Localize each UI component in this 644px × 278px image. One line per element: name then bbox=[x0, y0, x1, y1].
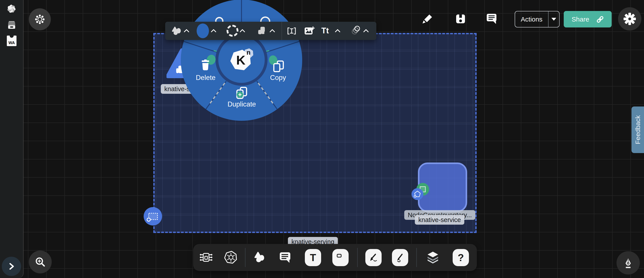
pen-tool[interactable] bbox=[365, 249, 382, 266]
draw-button[interactable] bbox=[616, 251, 640, 275]
add-image-button[interactable] bbox=[304, 26, 315, 36]
comment-bubble-icon bbox=[278, 251, 292, 264]
pentagon-resource-icon bbox=[412, 188, 424, 200]
fill-color-swatch[interactable] bbox=[197, 23, 209, 38]
service-node-label: knative-service bbox=[415, 215, 464, 225]
caret-down-icon bbox=[552, 18, 556, 21]
dashed-select-icon bbox=[144, 207, 162, 226]
layer-style-button[interactable] bbox=[257, 26, 266, 36]
layer-style-chevron[interactable] bbox=[270, 29, 275, 33]
opacity-button[interactable] bbox=[350, 25, 361, 36]
radial-item-duplicate[interactable]: Duplicate bbox=[221, 100, 262, 108]
link-icon bbox=[596, 15, 605, 24]
pinwheel-logo-icon bbox=[6, 4, 16, 14]
shapes-icon bbox=[254, 252, 266, 263]
radial-item-delete[interactable]: Delete bbox=[185, 74, 226, 82]
actions-split-button[interactable]: Actions bbox=[515, 11, 560, 27]
pencil-swirl-icon bbox=[395, 253, 405, 263]
share-label: Share bbox=[572, 15, 589, 23]
zoom-button[interactable] bbox=[29, 251, 52, 274]
text-style-button[interactable]: Tt bbox=[321, 26, 329, 35]
dock-divider bbox=[357, 248, 358, 267]
wa-label: WA bbox=[7, 41, 16, 45]
layers-tool[interactable] bbox=[426, 251, 440, 265]
frame-tool[interactable] bbox=[332, 249, 348, 266]
frame-icon bbox=[336, 253, 346, 263]
image-add-icon bbox=[304, 26, 315, 36]
zoom-in-icon bbox=[34, 256, 46, 268]
dock-divider bbox=[416, 248, 417, 267]
resize-width-icon bbox=[286, 26, 297, 35]
toolbar-divider bbox=[282, 22, 282, 40]
comment-tool[interactable] bbox=[278, 251, 292, 264]
chevron-up-icon bbox=[240, 29, 245, 33]
radial-item-copy[interactable]: Copy bbox=[257, 74, 299, 82]
border-style-button[interactable] bbox=[226, 25, 238, 37]
pen-nib-icon bbox=[622, 257, 634, 269]
actions-label[interactable]: Actions bbox=[515, 15, 548, 23]
actions-dropdown-caret[interactable] bbox=[548, 18, 559, 21]
fill-color-chevron[interactable] bbox=[211, 29, 216, 33]
feedback-tab[interactable]: Feedback bbox=[632, 107, 644, 153]
library-button[interactable] bbox=[6, 20, 17, 30]
text-style-chevron[interactable] bbox=[335, 29, 340, 33]
left-sidebar: WA bbox=[0, 0, 24, 278]
pencil-icon bbox=[422, 13, 433, 24]
kubernetes-helm-icon bbox=[224, 251, 238, 264]
chevron-up-icon bbox=[270, 29, 275, 33]
text-tool[interactable]: T bbox=[305, 249, 321, 266]
chevron-right-icon bbox=[7, 262, 16, 271]
feedback-label: Feedback bbox=[634, 115, 642, 144]
circuit-chip-icon bbox=[199, 251, 212, 264]
pen-knife-icon bbox=[368, 253, 378, 263]
layers-icon bbox=[426, 251, 440, 264]
chevron-up-icon bbox=[335, 29, 340, 33]
pencil-tool[interactable] bbox=[392, 249, 408, 266]
infrastructure-tool[interactable] bbox=[199, 251, 212, 264]
opacity-chevron[interactable] bbox=[363, 29, 369, 33]
share-button[interactable]: Share bbox=[564, 11, 612, 27]
settings-button[interactable] bbox=[618, 7, 641, 30]
border-style-chevron[interactable] bbox=[240, 29, 245, 33]
node-style-chevron[interactable] bbox=[184, 29, 189, 33]
node-style-button[interactable] bbox=[171, 26, 182, 36]
comment-bubble-icon bbox=[486, 13, 497, 25]
kubernetes-tool[interactable] bbox=[224, 251, 238, 264]
gear-icon bbox=[623, 12, 636, 25]
tool-dock: T bbox=[193, 244, 477, 271]
shapes-icon bbox=[172, 26, 181, 35]
webassembly-button[interactable]: WA bbox=[7, 36, 16, 46]
flower-wheel-icon bbox=[34, 14, 45, 25]
floppy-save-icon bbox=[455, 13, 466, 24]
inbox-tray-icon bbox=[6, 21, 17, 29]
opacity-circles-icon bbox=[350, 25, 361, 36]
app-logo[interactable] bbox=[6, 3, 17, 14]
app-window: knative-s NodeGroupInventory... knative-… bbox=[0, 0, 644, 278]
wa-notch bbox=[10, 34, 14, 38]
help-tool[interactable]: ? bbox=[453, 249, 469, 266]
quick-tool-button[interactable] bbox=[29, 8, 51, 30]
save-button[interactable] bbox=[455, 13, 466, 25]
style-toolbar: Tt bbox=[165, 22, 376, 40]
edit-button[interactable] bbox=[422, 13, 433, 25]
comments-button[interactable] bbox=[486, 13, 498, 25]
chevron-up-icon bbox=[211, 29, 216, 33]
chevron-up-icon bbox=[184, 29, 189, 33]
resize-width-button[interactable] bbox=[286, 26, 297, 35]
shapes-tool[interactable] bbox=[253, 251, 266, 264]
stacked-shapes-icon bbox=[257, 26, 266, 35]
service-node-blue-badge[interactable] bbox=[412, 188, 424, 200]
dock-divider bbox=[245, 248, 246, 267]
knative-logo-n: n bbox=[244, 49, 254, 58]
sidebar-expand-button[interactable] bbox=[2, 257, 21, 276]
selection-handle-badge[interactable] bbox=[144, 207, 162, 226]
chevron-up-icon bbox=[363, 29, 369, 33]
